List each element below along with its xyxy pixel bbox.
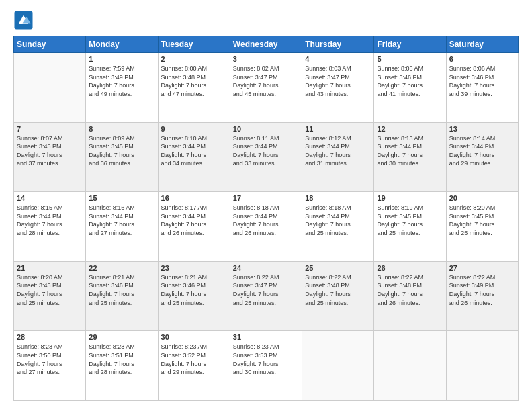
- calendar-cell: 20Sunrise: 8:20 AMSunset: 3:45 PMDayligh…: [446, 192, 518, 262]
- day-info: Sunrise: 8:06 AMSunset: 3:46 PMDaylight:…: [449, 64, 515, 98]
- calendar-cell: 29Sunrise: 8:23 AMSunset: 3:51 PMDayligh…: [86, 331, 158, 401]
- day-number: 14: [17, 194, 83, 202]
- calendar-cell: 8Sunrise: 8:09 AMSunset: 3:45 PMDaylight…: [86, 122, 158, 192]
- calendar-cell: [14, 53, 86, 123]
- calendar-cell: [374, 331, 446, 401]
- calendar-table: SundayMondayTuesdayWednesdayThursdayFrid…: [13, 36, 519, 401]
- day-number: 19: [377, 194, 443, 202]
- day-number: 15: [89, 194, 154, 202]
- calendar-cell: 7Sunrise: 8:07 AMSunset: 3:45 PMDaylight…: [14, 122, 86, 192]
- day-number: 1: [89, 55, 154, 63]
- day-number: 9: [161, 125, 227, 133]
- day-header-thursday: Thursday: [302, 36, 374, 53]
- day-info: Sunrise: 8:22 AMSunset: 3:48 PMDaylight:…: [305, 273, 371, 307]
- day-info: Sunrise: 8:15 AMSunset: 3:44 PMDaylight:…: [17, 203, 83, 237]
- day-number: 25: [305, 264, 371, 272]
- calendar-cell: 9Sunrise: 8:10 AMSunset: 3:44 PMDaylight…: [158, 122, 230, 192]
- day-info: Sunrise: 8:23 AMSunset: 3:53 PMDaylight:…: [233, 342, 299, 376]
- calendar-cell: [446, 331, 518, 401]
- day-number: 21: [17, 264, 83, 272]
- calendar-cell: 21Sunrise: 8:20 AMSunset: 3:45 PMDayligh…: [14, 261, 86, 331]
- calendar-cell: 26Sunrise: 8:22 AMSunset: 3:48 PMDayligh…: [374, 261, 446, 331]
- day-number: 23: [161, 264, 227, 272]
- day-header-sunday: Sunday: [14, 36, 86, 53]
- calendar-cell: 13Sunrise: 8:14 AMSunset: 3:44 PMDayligh…: [446, 122, 518, 192]
- day-info: Sunrise: 8:13 AMSunset: 3:44 PMDaylight:…: [377, 134, 443, 168]
- day-header-monday: Monday: [86, 36, 158, 53]
- day-info: Sunrise: 8:07 AMSunset: 3:45 PMDaylight:…: [17, 134, 83, 168]
- calendar-cell: 18Sunrise: 8:18 AMSunset: 3:44 PMDayligh…: [302, 192, 374, 262]
- day-number: 2: [161, 55, 227, 63]
- day-info: Sunrise: 8:23 AMSunset: 3:51 PMDaylight:…: [89, 342, 154, 376]
- day-number: 4: [305, 55, 371, 63]
- day-number: 17: [233, 194, 299, 202]
- calendar-cell: 16Sunrise: 8:17 AMSunset: 3:44 PMDayligh…: [158, 192, 230, 262]
- day-number: 24: [233, 264, 299, 272]
- calendar-cell: 10Sunrise: 8:11 AMSunset: 3:44 PMDayligh…: [230, 122, 302, 192]
- day-number: 31: [233, 333, 299, 341]
- calendar-week-row: 21Sunrise: 8:20 AMSunset: 3:45 PMDayligh…: [14, 261, 519, 331]
- day-number: 29: [89, 333, 154, 341]
- day-info: Sunrise: 8:20 AMSunset: 3:45 PMDaylight:…: [17, 273, 83, 307]
- day-info: Sunrise: 8:23 AMSunset: 3:52 PMDaylight:…: [161, 342, 227, 376]
- day-info: Sunrise: 8:12 AMSunset: 3:44 PMDaylight:…: [305, 134, 371, 168]
- day-number: 18: [305, 194, 371, 202]
- calendar-cell: 28Sunrise: 8:23 AMSunset: 3:50 PMDayligh…: [14, 331, 86, 401]
- day-number: 26: [377, 264, 443, 272]
- calendar-cell: 27Sunrise: 8:22 AMSunset: 3:49 PMDayligh…: [446, 261, 518, 331]
- day-number: 30: [161, 333, 227, 341]
- day-info: Sunrise: 8:21 AMSunset: 3:46 PMDaylight:…: [161, 273, 227, 307]
- day-info: Sunrise: 8:18 AMSunset: 3:44 PMDaylight:…: [233, 203, 299, 237]
- day-header-wednesday: Wednesday: [230, 36, 302, 53]
- calendar-cell: 6Sunrise: 8:06 AMSunset: 3:46 PMDaylight…: [446, 53, 518, 123]
- day-info: Sunrise: 8:17 AMSunset: 3:44 PMDaylight:…: [161, 203, 227, 237]
- day-number: 3: [233, 55, 299, 63]
- day-info: Sunrise: 8:21 AMSunset: 3:46 PMDaylight:…: [89, 273, 154, 307]
- day-info: Sunrise: 8:23 AMSunset: 3:50 PMDaylight:…: [17, 342, 83, 376]
- day-info: Sunrise: 8:22 AMSunset: 3:49 PMDaylight:…: [449, 273, 515, 307]
- calendar-cell: 24Sunrise: 8:22 AMSunset: 3:47 PMDayligh…: [230, 261, 302, 331]
- day-info: Sunrise: 8:11 AMSunset: 3:44 PMDaylight:…: [233, 134, 299, 168]
- day-info: Sunrise: 8:18 AMSunset: 3:44 PMDaylight:…: [305, 203, 371, 237]
- logo-icon: [13, 10, 34, 30]
- day-number: 12: [377, 125, 443, 133]
- calendar-header-row: SundayMondayTuesdayWednesdayThursdayFrid…: [14, 36, 519, 53]
- day-info: Sunrise: 8:02 AMSunset: 3:47 PMDaylight:…: [233, 64, 299, 98]
- day-number: 6: [449, 55, 515, 63]
- day-number: 5: [377, 55, 443, 63]
- calendar-cell: 30Sunrise: 8:23 AMSunset: 3:52 PMDayligh…: [158, 331, 230, 401]
- day-number: 16: [161, 194, 227, 202]
- day-header-tuesday: Tuesday: [158, 36, 230, 53]
- calendar-cell: 19Sunrise: 8:19 AMSunset: 3:45 PMDayligh…: [374, 192, 446, 262]
- day-info: Sunrise: 8:20 AMSunset: 3:45 PMDaylight:…: [449, 203, 515, 237]
- logo: [13, 10, 36, 30]
- day-number: 7: [17, 125, 83, 133]
- header: [13, 10, 519, 30]
- day-number: 20: [449, 194, 515, 202]
- calendar-cell: [302, 331, 374, 401]
- calendar-cell: 2Sunrise: 8:00 AMSunset: 3:48 PMDaylight…: [158, 53, 230, 123]
- day-header-friday: Friday: [374, 36, 446, 53]
- day-header-saturday: Saturday: [446, 36, 518, 53]
- calendar-cell: 15Sunrise: 8:16 AMSunset: 3:44 PMDayligh…: [86, 192, 158, 262]
- calendar-week-row: 1Sunrise: 7:59 AMSunset: 3:49 PMDaylight…: [14, 53, 519, 123]
- calendar-cell: 25Sunrise: 8:22 AMSunset: 3:48 PMDayligh…: [302, 261, 374, 331]
- day-number: 28: [17, 333, 83, 341]
- day-info: Sunrise: 8:09 AMSunset: 3:45 PMDaylight:…: [89, 134, 154, 168]
- day-info: Sunrise: 7:59 AMSunset: 3:49 PMDaylight:…: [89, 64, 154, 98]
- calendar-cell: 17Sunrise: 8:18 AMSunset: 3:44 PMDayligh…: [230, 192, 302, 262]
- day-info: Sunrise: 8:22 AMSunset: 3:47 PMDaylight:…: [233, 273, 299, 307]
- calendar-cell: 11Sunrise: 8:12 AMSunset: 3:44 PMDayligh…: [302, 122, 374, 192]
- calendar-cell: 22Sunrise: 8:21 AMSunset: 3:46 PMDayligh…: [86, 261, 158, 331]
- day-number: 13: [449, 125, 515, 133]
- day-info: Sunrise: 8:03 AMSunset: 3:47 PMDaylight:…: [305, 64, 371, 98]
- calendar-cell: 4Sunrise: 8:03 AMSunset: 3:47 PMDaylight…: [302, 53, 374, 123]
- calendar-cell: 1Sunrise: 7:59 AMSunset: 3:49 PMDaylight…: [86, 53, 158, 123]
- day-info: Sunrise: 8:16 AMSunset: 3:44 PMDaylight:…: [89, 203, 154, 237]
- calendar-week-row: 28Sunrise: 8:23 AMSunset: 3:50 PMDayligh…: [14, 331, 519, 401]
- day-info: Sunrise: 8:00 AMSunset: 3:48 PMDaylight:…: [161, 64, 227, 98]
- day-number: 11: [305, 125, 371, 133]
- day-info: Sunrise: 8:14 AMSunset: 3:44 PMDaylight:…: [449, 134, 515, 168]
- calendar-cell: 5Sunrise: 8:05 AMSunset: 3:46 PMDaylight…: [374, 53, 446, 123]
- day-info: Sunrise: 8:22 AMSunset: 3:48 PMDaylight:…: [377, 273, 443, 307]
